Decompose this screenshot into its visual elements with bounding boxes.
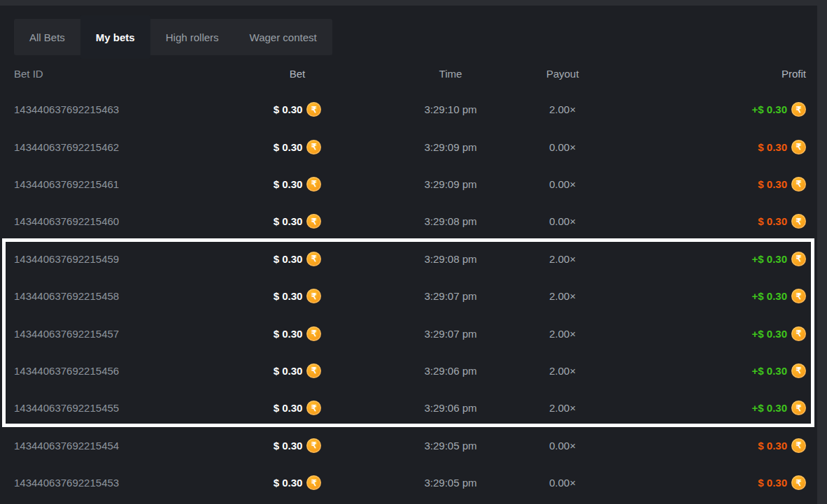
rupee-coin-icon: ₹ [306, 102, 321, 117]
bet-amount: $ 0.30 [274, 402, 303, 414]
tab-high-rollers[interactable]: High rollers [150, 19, 234, 55]
bet-id-cell: 143440637692215460 [14, 215, 189, 227]
profit-amount: +$ 0.30 [752, 253, 787, 265]
profit-cell: +$ 0.30₹ [630, 102, 806, 117]
bet-id-cell: 143440637692215458 [14, 290, 189, 302]
rupee-coin-icon: ₹ [791, 102, 806, 117]
profit-cell: +$ 0.30₹ [630, 252, 806, 266]
time-cell: 3:29:09 pm [406, 141, 495, 153]
payout-cell: 0.00× [495, 178, 630, 190]
rupee-coin-icon: ₹ [791, 214, 806, 229]
rupee-coin-icon: ₹ [791, 140, 806, 154]
profit-amount-group: +$ 0.30₹ [752, 102, 806, 117]
bet-amount: $ 0.30 [274, 477, 303, 489]
bets-tab-bar: All Bets My bets High rollers Wager cont… [14, 19, 332, 55]
bet-amount: $ 0.30 [274, 178, 303, 190]
rupee-coin-icon: ₹ [791, 252, 806, 266]
time-cell: 3:29:10 pm [406, 103, 495, 115]
time-cell: 3:29:07 pm [406, 290, 495, 302]
profit-amount: $ 0.30 [758, 477, 787, 489]
profit-amount-group: $ 0.30₹ [758, 177, 806, 192]
payout-cell: 0.00× [495, 215, 630, 227]
rupee-coin-icon: ₹ [791, 401, 806, 415]
rupee-coin-icon: ₹ [306, 363, 321, 378]
table-row[interactable]: 143440637692215456$ 0.30₹3:29:06 pm2.00×… [0, 352, 817, 389]
rupee-coin-icon: ₹ [306, 177, 321, 192]
time-cell: 3:29:06 pm [406, 402, 495, 414]
table-row[interactable]: 143440637692215454$ 0.30₹3:29:05 pm0.00×… [0, 427, 817, 464]
table-row[interactable]: 143440637692215461$ 0.30₹3:29:09 pm0.00×… [0, 166, 817, 203]
bet-id-cell: 143440637692215463 [14, 103, 189, 115]
bet-amount: $ 0.30 [274, 103, 303, 115]
bet-cell: $ 0.30₹ [189, 401, 406, 415]
rupee-coin-icon: ₹ [791, 177, 806, 192]
profit-cell: +$ 0.30₹ [630, 363, 806, 378]
profit-cell: $ 0.30₹ [630, 214, 806, 229]
bet-cell: $ 0.30₹ [189, 475, 406, 490]
payout-cell: 2.00× [495, 402, 630, 414]
tab-wager-contest[interactable]: Wager contest [234, 19, 332, 55]
time-cell: 3:29:05 pm [406, 477, 495, 489]
bet-amount-group: $ 0.30₹ [274, 289, 322, 303]
bet-amount-group: $ 0.30₹ [274, 252, 322, 266]
bet-amount-group: $ 0.30₹ [274, 140, 322, 154]
bet-id-cell: 143440637692215456 [14, 365, 189, 377]
table-row[interactable]: 143440637692215462$ 0.30₹3:29:09 pm0.00×… [0, 128, 817, 165]
profit-amount: +$ 0.30 [752, 103, 787, 115]
table-row[interactable]: 143440637692215457$ 0.30₹3:29:07 pm2.00×… [0, 315, 817, 352]
bet-amount: $ 0.30 [274, 215, 303, 227]
payout-cell: 0.00× [495, 477, 630, 489]
profit-cell: $ 0.30₹ [630, 438, 806, 453]
rupee-coin-icon: ₹ [306, 401, 321, 415]
bet-id-cell: 143440637692215461 [14, 178, 189, 190]
table-header-row: Bet ID Bet Time Payout Profit [0, 67, 817, 80]
rupee-coin-icon: ₹ [791, 475, 806, 490]
bet-cell: $ 0.30₹ [189, 326, 406, 341]
profit-cell: +$ 0.30₹ [630, 326, 806, 341]
payout-cell: 2.00× [495, 103, 630, 115]
bet-amount-group: $ 0.30₹ [274, 475, 322, 490]
bet-amount: $ 0.30 [274, 365, 303, 377]
time-cell: 3:29:08 pm [406, 253, 495, 265]
table-row[interactable]: 143440637692215459$ 0.30₹3:29:08 pm2.00×… [0, 240, 817, 278]
profit-amount-group: +$ 0.30₹ [752, 363, 806, 378]
bet-amount-group: $ 0.30₹ [274, 363, 322, 378]
profit-cell: $ 0.30₹ [630, 140, 806, 154]
table-row[interactable]: 143440637692215460$ 0.30₹3:29:08 pm0.00×… [0, 203, 817, 240]
rupee-coin-icon: ₹ [306, 140, 321, 154]
bet-amount: $ 0.30 [274, 290, 303, 302]
header-bet: Bet [189, 68, 406, 80]
tab-my-bets[interactable]: My bets [80, 15, 150, 59]
profit-amount: $ 0.30 [758, 178, 787, 190]
rupee-coin-icon: ₹ [306, 438, 321, 453]
bet-id-cell: 143440637692215453 [14, 477, 189, 489]
profit-amount-group: $ 0.30₹ [758, 214, 806, 229]
profit-cell: +$ 0.30₹ [630, 401, 806, 415]
bet-cell: $ 0.30₹ [189, 177, 406, 192]
profit-amount-group: $ 0.30₹ [758, 475, 806, 490]
profit-amount: +$ 0.30 [752, 365, 787, 377]
table-row[interactable]: 143440637692215463$ 0.30₹3:29:10 pm2.00×… [0, 91, 817, 128]
bet-cell: $ 0.30₹ [189, 214, 406, 229]
table-row[interactable]: 143440637692215453$ 0.30₹3:29:05 pm0.00×… [0, 464, 817, 501]
rupee-coin-icon: ₹ [791, 289, 806, 303]
bet-amount-group: $ 0.30₹ [274, 214, 322, 229]
header-bet-id: Bet ID [14, 68, 189, 80]
rupee-coin-icon: ₹ [791, 438, 806, 453]
bet-amount-group: $ 0.30₹ [274, 102, 322, 117]
bet-amount: $ 0.30 [274, 328, 303, 340]
table-row[interactable]: 143440637692215458$ 0.30₹3:29:07 pm2.00×… [0, 278, 817, 315]
bet-id-cell: 143440637692215457 [14, 328, 189, 340]
table-row[interactable]: 143440637692215455$ 0.30₹3:29:06 pm2.00×… [0, 389, 817, 426]
profit-amount: +$ 0.30 [752, 402, 787, 414]
bet-id-cell: 143440637692215459 [14, 253, 189, 265]
bet-cell: $ 0.30₹ [189, 140, 406, 154]
time-cell: 3:29:05 pm [406, 440, 495, 452]
rupee-coin-icon: ₹ [306, 214, 321, 229]
bet-amount-group: $ 0.30₹ [274, 401, 322, 415]
time-cell: 3:29:07 pm [406, 328, 495, 340]
payout-cell: 2.00× [495, 253, 630, 265]
bet-cell: $ 0.30₹ [189, 363, 406, 378]
profit-amount-group: $ 0.30₹ [758, 140, 806, 154]
tab-all-bets[interactable]: All Bets [14, 19, 80, 55]
